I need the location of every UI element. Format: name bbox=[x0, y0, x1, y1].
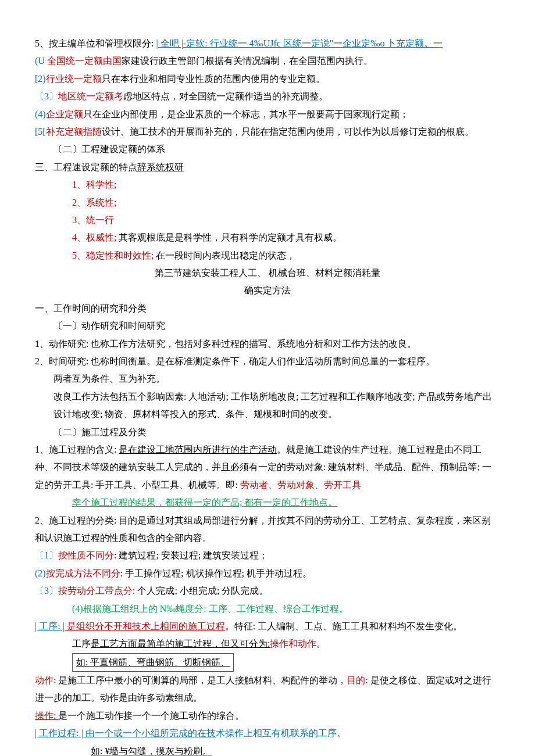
def2: 术操作上相互有机联系的工序。 bbox=[216, 728, 346, 738]
class-3: 〔3〕按劳动分工带点分: 个人完成; 小组完成; 分队完成。 bbox=[35, 582, 500, 600]
desc: 其客观根底是是科学性，只有科学的定额才具有权威。 bbox=[119, 232, 342, 242]
desc: : 手工操作过程; 机状操作过程; 机手并动过程。 bbox=[120, 568, 312, 578]
t3: 操作和动作 bbox=[270, 639, 316, 648]
label: 〔3〕 bbox=[35, 91, 58, 101]
def1: 由一个或一个小组所完成的在技 bbox=[83, 728, 216, 738]
study-1: 1、动作研究: 也称工作方法研究，包括对多种过程的描写、系统地分析和对工作方法的… bbox=[35, 335, 500, 353]
gongzuo-example: 如: ¥墙与勾缝，摸灰与粉刷。 bbox=[35, 743, 500, 756]
t1: 工序 bbox=[72, 639, 91, 648]
section-3: 三、工程速设定额的特点辞系统权研 bbox=[35, 159, 500, 176]
term: 按完成方法不同分 bbox=[46, 568, 120, 578]
label: 〔1〕 bbox=[35, 550, 58, 560]
term: 按劳动分工带点分 bbox=[58, 586, 133, 596]
term: 行业统一定额 bbox=[46, 74, 102, 84]
item-5-4: (4)企业定额只在企业内部使用，是企业素质的一个标志，其水平一般要高于国家现行定… bbox=[35, 106, 500, 123]
label: 5、稳定性和时效性; bbox=[72, 250, 156, 260]
label: 4、权威性; bbox=[72, 232, 119, 242]
label: 1、科学性; bbox=[72, 180, 116, 189]
gongzuo-guocheng: | 工作过程: | 由一个或一个小组所完成的在技术操作上相互有机联系的工序。 bbox=[35, 725, 500, 742]
term: 动作: bbox=[35, 675, 58, 685]
link: | 工作过程: | bbox=[35, 728, 83, 738]
dongzuo: 动作: 是施工工序中最小的可测算的局部，是工人接触材料、构配件的举动，目的: 是… bbox=[35, 672, 500, 707]
point-1: 1、科学性; bbox=[35, 176, 500, 194]
label: 3、统一行 bbox=[72, 215, 114, 225]
term: 按性质不同分 bbox=[58, 550, 114, 560]
point-3: 3、统一行 bbox=[35, 212, 500, 229]
desc: 虑地区特点，对全国统一定额作适当的补充调整。 bbox=[123, 91, 328, 101]
desc: 在一段时间内表现出稳定的状态， bbox=[156, 250, 295, 260]
study-note: 两者互为条件、互为补充。 bbox=[35, 370, 500, 388]
text: 工序、工作过程、综合工作过程。 bbox=[209, 604, 348, 614]
section-title-1: 第三节建筑安装工程人工、 机械台班、材料定额消耗量 bbox=[35, 264, 500, 282]
lead: (4)根据施工组织上的 N‰蝇度分: bbox=[72, 604, 209, 614]
desc1: 是施工工序中最小的可测算的局部，是工人接触材料、构配件的举动， bbox=[58, 675, 347, 685]
desc: 设计、施工技术的开展而补充的，只能在指定范围内使用，可以作为以后修订定额的根底。 bbox=[102, 127, 474, 137]
subheading-1-2: 〔二〕施工过程及分类 bbox=[35, 424, 500, 441]
desc: 家建设行政主管部门根据有关情况编制，在全国范围内执行。 bbox=[122, 56, 373, 66]
label: (4) bbox=[35, 109, 46, 119]
desc: 是一个施工动作接一个一个施工动作的综合。 bbox=[58, 711, 244, 721]
link: | 工序: | bbox=[35, 621, 65, 631]
caozuo: 操作: 是一个施工动作接一个一个施工动作的综合。 bbox=[35, 707, 500, 725]
label: 〔3〕 bbox=[35, 586, 58, 596]
point-5: 5、稳定性和时效性; 在一段时间内表现出稳定的状态， bbox=[35, 247, 500, 264]
item-5-2: [2)行业统一定额只在本行业和相同专业性质的范围内使用的专业定额。 bbox=[35, 70, 500, 88]
class-4: (4)根据施工组织上的 N‰蝇度分: 工序、工作过程、综合工作过程。 bbox=[35, 600, 500, 618]
desc: 。特征: 工人编制、工点、施工工具和材料均不发生变化。 bbox=[225, 621, 462, 631]
desc: 只在企业内部使用，是企业素质的一个标志，其水平一般要高于国家现行定额； bbox=[83, 109, 409, 119]
heading-1: 一、工作时间的研究和分类 bbox=[35, 300, 500, 317]
emphasis: 劳动者、劳动对象、劳开工具 bbox=[240, 480, 361, 490]
section-2: 〔二〕工程建设定额的体系 bbox=[35, 141, 500, 158]
link-text: | 全吧 |-定软: 行业统一 4‰UJfc 区统一定说"一企业定‰o 卜充定额… bbox=[156, 38, 443, 48]
section-title-2: 确实定方法 bbox=[35, 282, 500, 299]
gongxu-detail: 工序是工艺方面最简单的施工过程，但又可分为:操作和动作。 bbox=[35, 635, 500, 653]
term: 企业定额 bbox=[46, 109, 83, 119]
study-detail: 改良工作方法包括五个影响因素: 人地活动; 工作场所地改良; 工艺过程和工作顺序… bbox=[35, 388, 500, 424]
term: 操作: bbox=[35, 711, 58, 721]
text: 幸个施工过程的结果，都获得一定的产品; 都有一定的工作地点。 bbox=[72, 497, 337, 507]
item-5-5: [5[补充定额指随设计、施工技术的开展而补充的，只能在指定范围内使用，可以作为以… bbox=[35, 123, 500, 141]
heading-underline: 辞系统权研 bbox=[137, 162, 184, 172]
desc: 只在本行业和相同专业性质的范围内使用的专业定额。 bbox=[102, 74, 325, 84]
label: [2) bbox=[35, 74, 46, 84]
label: 2、系统性; bbox=[72, 198, 116, 207]
t4: 。 bbox=[316, 639, 326, 648]
point-4: 4、权威性; 其客观根底是是科学性，只有科学的定额才具有权威。 bbox=[35, 229, 500, 246]
label: (2) bbox=[35, 568, 46, 578]
desc: : 个人完成; 小组完成; 分队完成。 bbox=[133, 586, 268, 596]
t2: 是工艺方面最简单的施工过程，但又可分为: bbox=[91, 639, 270, 648]
gongxu: | 工序: | 是组织分不开和技术上相同的施工过程。特征: 工人编制、工点、施工… bbox=[35, 618, 500, 635]
lead: 1、施工过程的含义: bbox=[35, 445, 119, 454]
term: 地区统一定额考 bbox=[58, 91, 123, 101]
term: 补充定额指随 bbox=[46, 127, 102, 137]
example-box: 如: 平直钢筋、弯曲钢筋、切断钢筋、 bbox=[72, 653, 234, 672]
text: 5、按主编单位和管理权限分: bbox=[35, 38, 156, 48]
text: 如: ¥墙与勾缝，摸灰与粉刷。 bbox=[91, 746, 212, 756]
text: 改良工作方法包括五个影响因素: 人地活动; 工作场所地改良; 工艺过程和工作顺序… bbox=[54, 392, 492, 419]
label: [5[ bbox=[35, 127, 46, 137]
class-1: 〔1〕按性质不同分: 建筑过程; 安装过程; 建筑安装过程； bbox=[35, 547, 500, 564]
definition: 是组织分不开和技术上相同的施工过程 bbox=[65, 621, 225, 631]
study-2: 2、时间研究: 也称时间衡量。是在标准测定条件下，确定人们作业活动所需时间总量的… bbox=[35, 353, 500, 370]
point-2: 2、系统性; bbox=[35, 194, 500, 212]
desc: : 建筑过程; 安装过程; 建筑安装过程； bbox=[114, 550, 268, 560]
underline: 是在建设工地范围内所进行的生产活动 bbox=[119, 445, 277, 454]
item-5-3: 〔3〕地区统一定额考虑地区特点，对全国统一定额作适当的补充调整。 bbox=[35, 88, 500, 105]
class-2: (2)按完成方法不同分: 手工操作过程; 机状操作过程; 机手并动过程。 bbox=[35, 565, 500, 582]
proc-result: 幸个施工过程的结果，都获得一定的产品; 都有一定的工作地点。 bbox=[35, 494, 500, 511]
item-5-1: (U 全国统一定额由国家建设行政主管部门根据有关情况编制，在全国范围内执行。 bbox=[35, 52, 500, 70]
purpose-label: 目的: bbox=[347, 675, 370, 685]
subheading-1-1: 〔一〕动作研究和时间研究 bbox=[35, 317, 500, 335]
proc-2: 2、施工过程的分类: 目的是通过对其组成局部进行分解，并按其不同的劳动分工、工艺… bbox=[35, 512, 500, 547]
proc-1: 1、施工过程的含义: 是在建设工地范围内所进行的生产活动。就是施工建设的生产过程… bbox=[35, 441, 500, 494]
heading: 三、工程速设定额的特点 bbox=[35, 162, 137, 172]
item-5: 5、按主编单位和管理权限分: | 全吧 |-定软: 行业统一 4‰UJfc 区统… bbox=[35, 35, 500, 52]
label: (U bbox=[35, 56, 47, 66]
example-box-wrap: 如: 平直钢筋、弯曲钢筋、切断钢筋、 bbox=[35, 653, 500, 672]
term: 全国统一定额由国 bbox=[47, 56, 122, 66]
